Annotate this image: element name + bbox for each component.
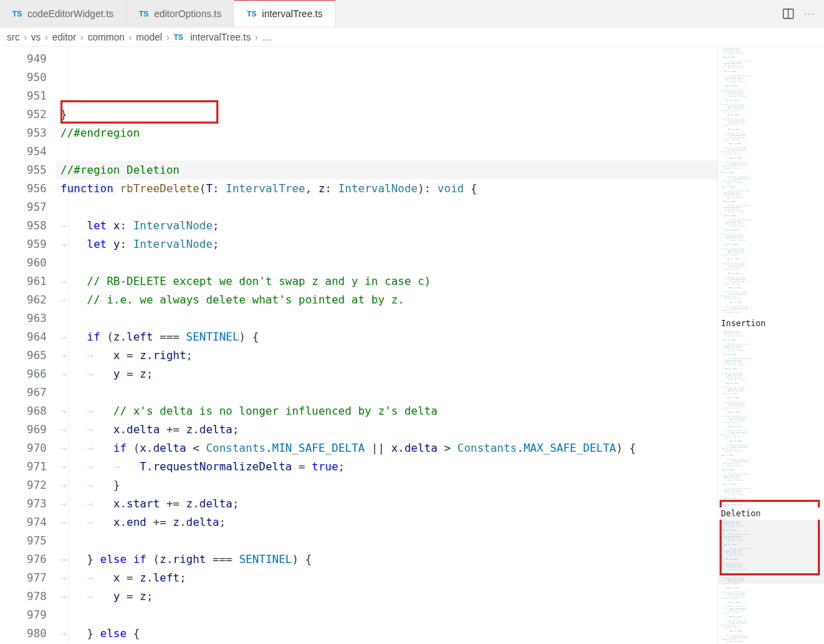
code-line[interactable]: → } else { bbox=[56, 624, 718, 643]
code-line[interactable]: → → → T.requestNormalizeDelta = true; bbox=[56, 457, 718, 476]
code-line[interactable]: //#endregion bbox=[56, 124, 718, 142]
code-line[interactable] bbox=[56, 142, 718, 161]
code-line[interactable]: function rbTreeDelete(T: IntervalTree, z… bbox=[56, 179, 718, 198]
code-line[interactable]: → → y = z; bbox=[56, 365, 718, 383]
crumb-more[interactable]: … bbox=[262, 32, 272, 43]
ts-file-icon: TS bbox=[174, 33, 183, 41]
tab-actions: ··· bbox=[782, 8, 824, 20]
tab-codeeditorwidget[interactable]: TS codeEditorWidget.ts bbox=[0, 0, 126, 27]
chevron-right-icon: › bbox=[255, 32, 258, 43]
ts-file-icon: TS bbox=[247, 10, 256, 18]
tab-label: editorOptions.ts bbox=[154, 8, 221, 19]
code-line[interactable]: → let y: IntervalNode; bbox=[56, 235, 718, 253]
chevron-right-icon: › bbox=[45, 32, 48, 43]
line-number-gutter: 9499509519529539549559569579589599609619… bbox=[0, 47, 56, 644]
minimap[interactable]: // xxxxx xxxxx xxxxx if (xxx xxx xxx) { … bbox=[718, 47, 824, 644]
crumb[interactable]: common bbox=[88, 32, 125, 43]
code-line[interactable]: //#region Deletion bbox=[56, 161, 718, 179]
minimap-region-label[interactable]: Deletion bbox=[718, 507, 824, 520]
tab-intervaltree[interactable]: TS intervalTree.ts bbox=[234, 0, 335, 27]
code-line[interactable]: → → // x's delta is no longer influenced… bbox=[56, 402, 718, 420]
editor: 9499509519529539549559569579589599609619… bbox=[0, 47, 824, 644]
code-line[interactable] bbox=[56, 309, 718, 327]
code-line[interactable]: → → y = z; bbox=[56, 587, 718, 606]
code-line[interactable]: → let x: IntervalNode; bbox=[56, 216, 718, 235]
code-area[interactable]: }//#endregion//#region Deletionfunction … bbox=[56, 47, 718, 644]
code-line[interactable]: → // RB-DELETE except we don't swap z an… bbox=[56, 272, 718, 290]
minimap-content: // xxxxx xxxxx xxxxx if (xxx xxx xxx) { … bbox=[718, 330, 824, 507]
chevron-right-icon: › bbox=[80, 32, 84, 43]
ts-file-icon: TS bbox=[12, 10, 22, 18]
ts-file-icon: TS bbox=[139, 10, 148, 18]
code-line[interactable] bbox=[56, 383, 718, 402]
minimap-content: // xxxxx xxxxx xxxxx if (xxx xxx xxx) { … bbox=[718, 47, 824, 317]
code-line[interactable]: → → x.end += z.delta; bbox=[56, 513, 718, 531]
code-line[interactable] bbox=[56, 253, 718, 272]
minimap-region-label[interactable]: Insertion bbox=[718, 317, 824, 330]
more-actions-icon[interactable]: ··· bbox=[804, 8, 816, 19]
code-line[interactable]: → // i.e. we always delete what's pointe… bbox=[56, 290, 718, 309]
breadcrumbs[interactable]: src› vs› editor› common› model› TS inter… bbox=[0, 27, 824, 47]
code-line[interactable] bbox=[56, 531, 718, 550]
crumb[interactable]: vs bbox=[31, 32, 41, 43]
crumb[interactable]: model bbox=[136, 32, 162, 43]
chevron-right-icon: › bbox=[24, 32, 27, 43]
tab-label: intervalTree.ts bbox=[262, 8, 323, 19]
chevron-right-icon: › bbox=[128, 32, 132, 43]
code-line[interactable]: → if (z.left === SENTINEL) { bbox=[56, 327, 718, 346]
crumb[interactable]: editor bbox=[52, 32, 76, 43]
crumb[interactable]: src bbox=[7, 32, 20, 43]
code-line[interactable]: → → x = z.left; bbox=[56, 568, 718, 587]
code-line[interactable]: → → x.delta += z.delta; bbox=[56, 420, 718, 439]
chevron-right-icon: › bbox=[166, 32, 170, 43]
split-editor-icon[interactable] bbox=[782, 8, 794, 20]
code-line[interactable]: → → x.start += z.delta; bbox=[56, 494, 718, 513]
tab-label: codeEditorWidget.ts bbox=[27, 8, 113, 19]
code-line[interactable] bbox=[56, 198, 718, 216]
editor-tabs: TS codeEditorWidget.ts TS editorOptions.… bbox=[0, 0, 824, 27]
tab-editoroptions[interactable]: TS editorOptions.ts bbox=[126, 0, 234, 27]
code-line[interactable]: → → x = z.right; bbox=[56, 346, 718, 365]
code-line[interactable]: → → if (x.delta < Constants.MIN_SAFE_DEL… bbox=[56, 439, 718, 457]
crumb-file[interactable]: intervalTree.ts bbox=[190, 32, 251, 43]
code-line[interactable]: → → } bbox=[56, 476, 718, 494]
code-line[interactable] bbox=[56, 606, 718, 624]
code-line[interactable]: } bbox=[56, 105, 718, 124]
code-line[interactable]: → } else if (z.right === SENTINEL) { bbox=[56, 550, 718, 568]
